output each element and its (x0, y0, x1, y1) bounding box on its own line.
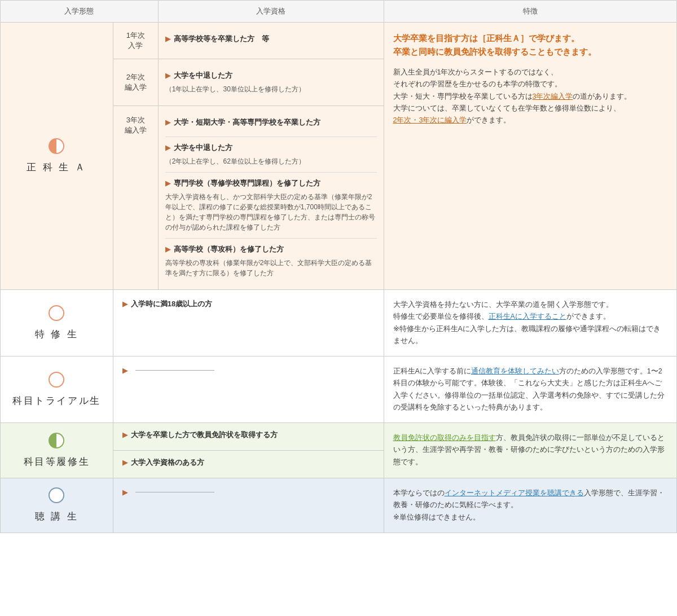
qual-text: 大学・短期大学・高等専門学校を卒業した方 (174, 117, 320, 127)
feature-seikaseiA: 大学卒業を目指す方は［正科生Ａ］で学びます。 卒業と同時に教員免許状を取得するこ… (384, 23, 677, 290)
dash-line-bar (135, 492, 214, 492)
category-wrapper: 聴 講 生 (7, 487, 106, 523)
qual-item: ▶ 専門学校（専修学校専門課程）を修了した方 (165, 178, 377, 188)
qual-choko: ▶ (113, 478, 384, 533)
qual-tokushuu: ▶ 入学時に満18歳以上の方 (113, 290, 384, 357)
dash-line: ▶ (122, 487, 375, 496)
feature-choko: 本学ならではのインターネットメディア授業を聴講できる入学形態で、生涯学習・教養・… (384, 478, 677, 533)
qual-arrow-icon: ▶ (122, 430, 128, 439)
dash-line: ▶ (122, 366, 375, 375)
feature-link-kamoku: 教員免許状の取得のみを目指す (393, 434, 496, 442)
feature-link-2nen: 2年次・3年次に編入学 (393, 116, 467, 124)
category-label-tokushuu: 特 修 生 (35, 328, 78, 341)
table-row: 科目トライアル生 ▶ 正科生Aに入学する前に通信教育を体験してみたい方のための入… (1, 357, 677, 423)
qual-arrow-icon: ▶ (122, 458, 128, 467)
category-label-kamoku: 科目等履修生 (24, 455, 90, 468)
qual-block-2: ▶ 大学を中退した方 （2年以上在学し、62単位以上を修得した方） (165, 137, 377, 173)
table-row: 特 修 生 ▶ 入学時に満18歳以上の方 大学入学資格を持たない方に、大学卒業の… (1, 290, 677, 357)
feature-body-tokushuu: 大学入学資格を持たない方に、大学卒業の道を開く入学形態です。 特修生で必要単位を… (393, 299, 668, 347)
category-kamoku: 科目等履修生 (1, 423, 113, 478)
category-wrapper: 正 科 生 Ａ (7, 138, 106, 174)
circle-icon-choko (49, 487, 64, 503)
qual-sub: 大学入学資格を有し、かつ文部科学大臣の定める基準（修業年限が2年以上で、課程の修… (165, 192, 377, 232)
header-type: 入学形態 (1, 1, 159, 23)
feature-link-3nen: 3年次編入学 (533, 93, 573, 100)
category-wrapper: 科目等履修生 (7, 433, 106, 468)
qual-text: 大学を卒業した方で教員免許状を取得する方 (131, 430, 278, 440)
qual-item: ▶ 大学を中退した方 (165, 143, 377, 153)
qual-item: ▶ 入学時に満18歳以上の方 (122, 299, 375, 309)
category-trial: 科目トライアル生 (1, 357, 113, 423)
feature-trial: 正科生Aに入学する前に通信教育を体験してみたい方のための入学形態です。1〜2科目… (384, 357, 677, 423)
category-seikaseiA: 正 科 生 Ａ (1, 23, 113, 290)
feature-tokushuu: 大学入学資格を持たない方に、大学卒業の道を開く入学形態です。 特修生で必要単位を… (384, 290, 677, 357)
qual-item: ▶ 大学入学資格のある方 (122, 457, 375, 468)
header-feature: 特徴 (384, 1, 677, 23)
feature-headline2: 卒業と同時に教員免許状を取得することもできます。 (393, 45, 668, 59)
qual-trial: ▶ (113, 357, 384, 423)
sub-category-2nen: 2年次 編入学 (113, 59, 158, 106)
qual-arrow-icon: ▶ (165, 179, 171, 187)
main-table-container: 入学形態 入学資格 特徴 正 科 生 Ａ 1年次 入学 ▶ 高等学校等を卒業した… (0, 0, 677, 533)
qual-text: 入学時に満18歳以上の方 (131, 299, 212, 309)
qual-sub: （2年以上在学し、62単位以上を修得した方） (165, 156, 377, 166)
qual-block-3: ▶ 専門学校（専修学校専門課程）を修了した方 大学入学資格を有し、かつ文部科学大… (165, 173, 377, 239)
category-choko: 聴 講 生 (1, 478, 113, 533)
feature-kamoku: 教員免許状の取得のみを目指す方、教員免許状の取得に一部単位が不足しているという方… (384, 423, 677, 478)
sub-category-3nen: 3年次 編入学 (113, 106, 158, 290)
feature-headline1: 大学卒業を目指す方は［正科生Ａ］で学びます。 (393, 32, 668, 45)
qual-text: 高等学校（専攻科）を修了した方 (174, 244, 284, 254)
table-row: 正 科 生 Ａ 1年次 入学 ▶ 高等学校等を卒業した方 等 大学卒業を目指す方… (1, 23, 677, 59)
feature-body-trial: 正科生Aに入学する前に通信教育を体験してみたい方のための入学形態です。1〜2科目… (393, 366, 668, 413)
feature-link-choko: インターネットメディア授業を聴講できる (445, 489, 584, 497)
qual-block-1: ▶ 大学・短期大学・高等専門学校を卒業した方 (165, 112, 377, 137)
qual-block-4: ▶ 高等学校（専攻科）を修了した方 高等学校の専攻科（修業年限が2年以上で、文部… (165, 239, 377, 284)
category-label-trial: 科目トライアル生 (12, 394, 100, 407)
category-wrapper: 科目トライアル生 (7, 372, 106, 407)
qual-arrow-icon: ▶ (165, 245, 171, 253)
header-qualification: 入学資格 (158, 1, 384, 23)
qual-2nen: ▶ 大学を中退した方 （1年以上在学し、30単位以上を修得した方） (158, 59, 384, 106)
qual-kamoku-1: ▶ 大学を卒業した方で教員免許状を取得する方 (113, 423, 384, 451)
qual-arrow-icon: ▶ (122, 300, 128, 308)
qual-item: ▶ 大学を卒業した方で教員免許状を取得する方 (122, 430, 375, 440)
circle-icon-kamoku (49, 433, 64, 448)
feature-link-seikaseiA: 正科生Aに入学すること (489, 313, 566, 320)
qual-3nen: ▶ 大学・短期大学・高等専門学校を卒業した方 ▶ 大学を中退した方 （2年以上在… (158, 106, 384, 290)
qual-block: ▶ 高等学校等を卒業した方 等 (165, 28, 377, 53)
feature-body-choko: 本学ならではのインターネットメディア授業を聴講できる入学形態で、生涯学習・教養・… (393, 487, 668, 523)
qual-kamoku-2: ▶ 大学入学資格のある方 (113, 451, 384, 478)
qual-sub: 高等学校の専攻科（修業年限が2年以上で、文部科学大臣の定める基準を満たす方に限る… (165, 258, 377, 278)
sub-category-1nen: 1年次 入学 (113, 23, 158, 59)
feature-content: 大学卒業を目指す方は［正科生Ａ］で学びます。 卒業と同時に教員免許状を取得するこ… (393, 32, 668, 126)
category-wrapper: 特 修 生 (7, 305, 106, 341)
qual-arrow-icon: ▶ (165, 34, 171, 43)
table-row: 聴 講 生 ▶ 本学ならではのインターネットメディア授業を聴講できる入学形態で、… (1, 478, 677, 533)
qual-item: ▶ 大学・短期大学・高等専門学校を卒業した方 (165, 117, 377, 127)
circle-icon-trial (49, 372, 64, 388)
qual-sub: （1年以上在学し、30単位以上を修得した方） (165, 84, 377, 94)
feature-body: 新入生全員が1年次からスタートするのではなく、 それぞれの学習歴を生かせるのも本… (393, 67, 668, 126)
category-label-choko: 聴 講 生 (35, 510, 78, 523)
table-row: 科目等履修生 ▶ 大学を卒業した方で教員免許状を取得する方 教員免許状の取得のみ… (1, 423, 677, 451)
qual-text: 高等学校等を卒業した方 等 (174, 34, 269, 44)
qual-block: ▶ 大学を中退した方 （1年以上在学し、30単位以上を修得した方） (165, 65, 377, 100)
qual-arrow-icon: ▶ (122, 488, 128, 496)
qual-arrow-icon: ▶ (165, 71, 171, 80)
qual-item: ▶ 高等学校（専攻科）を修了した方 (165, 244, 377, 254)
qual-item: ▶ 大学を中退した方 (165, 71, 377, 81)
circle-icon-seikaseiA (49, 138, 64, 154)
feature-body-kamoku: 教員免許状の取得のみを目指す方、教員免許状の取得に一部単位が不足しているという方… (393, 432, 668, 468)
qual-arrow-icon: ▶ (165, 143, 171, 152)
qual-text: 大学入学資格のある方 (131, 457, 204, 468)
circle-icon-tokushuu (49, 305, 64, 321)
category-label-seikaseiA: 正 科 生 Ａ (27, 161, 86, 174)
qual-arrow-icon: ▶ (165, 118, 171, 126)
dash-line-bar (135, 370, 214, 371)
category-tokushuu: 特 修 生 (1, 290, 113, 357)
qual-text: 大学を中退した方 (174, 71, 232, 81)
qual-arrow-icon: ▶ (122, 366, 128, 375)
qual-text: 専門学校（専修学校専門課程）を修了した方 (174, 178, 320, 188)
feature-link-trial: 通信教育を体験してみたい (471, 367, 559, 375)
qual-1nen: ▶ 高等学校等を卒業した方 等 (158, 23, 384, 59)
